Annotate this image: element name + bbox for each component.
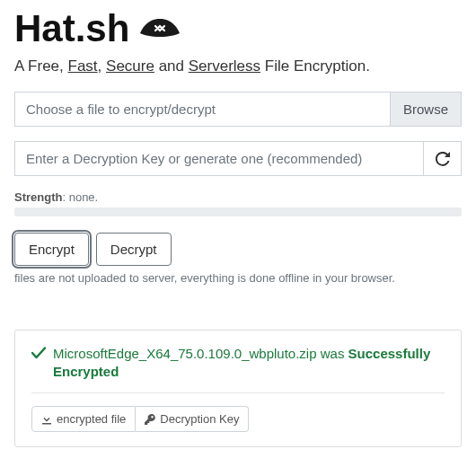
file-picker-group: Browse	[14, 92, 462, 127]
browse-button[interactable]: Browse	[391, 92, 462, 127]
tagline: A Free, Fast, Secure and Serverless File…	[14, 57, 462, 75]
header: Hat.sh	[14, 7, 462, 50]
generate-key-button[interactable]	[424, 141, 462, 176]
result-text: MicrosoftEdge_X64_75.0.109.0_wbpluto.zip…	[53, 345, 445, 380]
strength-bar	[14, 207, 462, 216]
result-panel: MicrosoftEdge_X64_75.0.109.0_wbpluto.zip…	[14, 330, 462, 447]
tagline-prefix: A Free,	[14, 57, 68, 75]
offline-hint: files are not uploaded to server, everyt…	[14, 271, 462, 285]
file-path-input[interactable]	[14, 92, 391, 127]
download-group: encrypted file Decryption Key	[31, 406, 249, 432]
tagline-sep1: ,	[98, 57, 106, 75]
result-verb: was	[317, 346, 348, 361]
strength-label: Strength	[14, 190, 62, 204]
download-icon	[41, 414, 52, 425]
check-icon	[31, 347, 46, 359]
app-title: Hat.sh	[14, 7, 129, 50]
download-key-button[interactable]: Decryption Key	[136, 406, 249, 432]
tagline-serverless: Serverless	[189, 57, 260, 75]
tagline-secure: Secure	[106, 57, 154, 75]
hat-logo-icon	[138, 15, 181, 42]
result-filename: MicrosoftEdge_X64_75.0.109.0_wbpluto.zip	[53, 346, 317, 361]
tagline-sep2: and	[154, 57, 189, 75]
result-message: MicrosoftEdge_X64_75.0.109.0_wbpluto.zip…	[31, 345, 445, 380]
strength-value: : none.	[62, 190, 98, 204]
key-input-group	[14, 141, 462, 176]
download-file-label: encrypted file	[57, 412, 126, 426]
encrypt-button[interactable]: Encrypt	[14, 233, 89, 266]
key-icon	[145, 414, 155, 425]
result-divider	[31, 392, 445, 393]
strength-indicator: Strength: none.	[14, 190, 462, 204]
tagline-fast: Fast	[68, 57, 98, 75]
refresh-icon	[436, 152, 450, 166]
decryption-key-input[interactable]	[14, 141, 424, 176]
download-file-button[interactable]: encrypted file	[31, 406, 136, 432]
action-row: Encrypt Decrypt	[14, 233, 462, 266]
decrypt-button[interactable]: Decrypt	[96, 233, 172, 266]
tagline-suffix: File Encryption.	[260, 57, 370, 75]
download-key-label: Decryption Key	[160, 412, 239, 426]
